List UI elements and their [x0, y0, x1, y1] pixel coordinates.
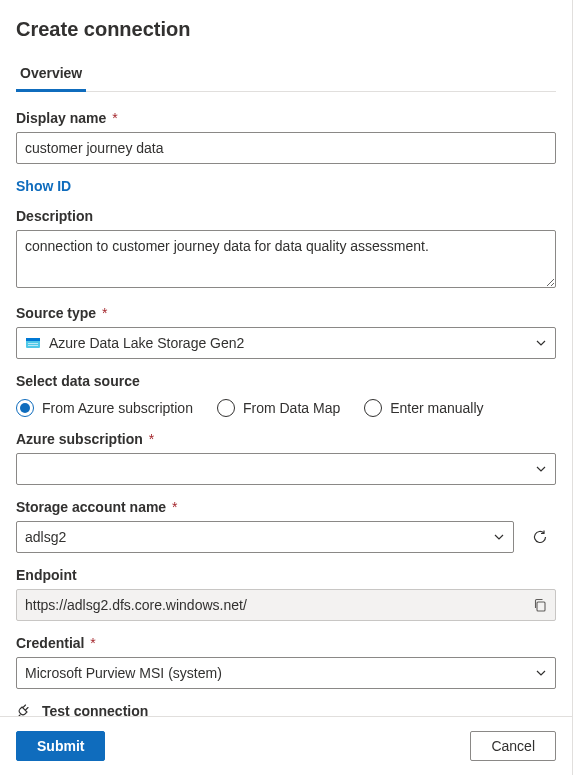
field-display-name: Display name *: [16, 110, 556, 164]
radio-enter-manually[interactable]: Enter manually: [364, 399, 483, 417]
cancel-button[interactable]: Cancel: [470, 731, 556, 761]
field-source-type: Source type * Azure Data Lake Storage Ge…: [16, 305, 556, 359]
required-asterisk: *: [108, 110, 117, 126]
plug-icon: [16, 703, 32, 716]
azure-subscription-label: Azure subscription *: [16, 431, 556, 447]
test-connection-label: Test connection: [42, 703, 148, 716]
svg-rect-1: [26, 338, 40, 341]
radio-label: Enter manually: [390, 400, 483, 416]
show-id-row: Show ID: [16, 178, 556, 194]
source-type-label-text: Source type: [16, 305, 96, 321]
chevron-down-icon: [535, 337, 547, 349]
description-label: Description: [16, 208, 556, 224]
display-name-label: Display name *: [16, 110, 556, 126]
radio-label: From Data Map: [243, 400, 340, 416]
refresh-icon: [532, 529, 548, 545]
show-id-link[interactable]: Show ID: [16, 178, 71, 194]
field-storage-account: Storage account name * adlsg2: [16, 499, 556, 553]
endpoint-value: https://adlsg2.dfs.core.windows.net/: [25, 595, 247, 615]
storage-account-label: Storage account name *: [16, 499, 556, 515]
azure-subscription-select[interactable]: [16, 453, 556, 485]
chevron-down-icon: [535, 667, 547, 679]
required-asterisk: *: [168, 499, 177, 515]
tab-overview[interactable]: Overview: [16, 59, 86, 92]
endpoint-label: Endpoint: [16, 567, 556, 583]
radio-circle-icon: [16, 399, 34, 417]
credential-select[interactable]: Microsoft Purview MSI (system): [16, 657, 556, 689]
radio-from-azure-subscription[interactable]: From Azure subscription: [16, 399, 193, 417]
copy-icon[interactable]: [533, 598, 547, 612]
credential-value: Microsoft Purview MSI (system): [25, 663, 527, 683]
field-description: Description connection to customer journ…: [16, 208, 556, 291]
endpoint-readonly: https://adlsg2.dfs.core.windows.net/: [16, 589, 556, 621]
required-asterisk: *: [86, 635, 95, 651]
radio-circle-icon: [217, 399, 235, 417]
description-textarea[interactable]: connection to customer journey data for …: [16, 230, 556, 288]
required-asterisk: *: [98, 305, 107, 321]
adls-icon: [25, 335, 41, 351]
panel-title: Create connection: [16, 18, 556, 41]
panel-footer: Submit Cancel: [0, 716, 572, 775]
storage-account-label-text: Storage account name: [16, 499, 166, 515]
source-type-value: Azure Data Lake Storage Gen2: [49, 333, 244, 353]
test-connection-action[interactable]: Test connection: [16, 703, 556, 716]
source-type-select[interactable]: Azure Data Lake Storage Gen2: [16, 327, 556, 359]
test-connection-section: Test connection Connection successful.: [16, 703, 556, 716]
source-type-label: Source type *: [16, 305, 556, 321]
field-credential: Credential * Microsoft Purview MSI (syst…: [16, 635, 556, 689]
refresh-button[interactable]: [524, 521, 556, 553]
display-name-label-text: Display name: [16, 110, 106, 126]
tabs: Overview: [16, 59, 556, 92]
data-source-radio-group: From Azure subscription From Data Map En…: [16, 399, 556, 417]
svg-rect-3: [28, 345, 38, 346]
field-select-data-source: Select data source From Azure subscripti…: [16, 373, 556, 417]
svg-rect-4: [537, 602, 545, 611]
field-azure-subscription: Azure subscription *: [16, 431, 556, 485]
chevron-down-icon: [535, 463, 547, 475]
required-asterisk: *: [145, 431, 154, 447]
radio-label: From Azure subscription: [42, 400, 193, 416]
field-endpoint: Endpoint https://adlsg2.dfs.core.windows…: [16, 567, 556, 621]
display-name-input[interactable]: [16, 132, 556, 164]
svg-rect-2: [28, 343, 38, 344]
storage-account-value: adlsg2: [25, 527, 485, 547]
storage-account-select[interactable]: adlsg2: [16, 521, 514, 553]
chevron-down-icon: [493, 531, 505, 543]
credential-label: Credential *: [16, 635, 556, 651]
credential-label-text: Credential: [16, 635, 84, 651]
azure-subscription-label-text: Azure subscription: [16, 431, 143, 447]
select-data-source-label: Select data source: [16, 373, 556, 389]
radio-circle-icon: [364, 399, 382, 417]
submit-button[interactable]: Submit: [16, 731, 105, 761]
radio-from-data-map[interactable]: From Data Map: [217, 399, 340, 417]
